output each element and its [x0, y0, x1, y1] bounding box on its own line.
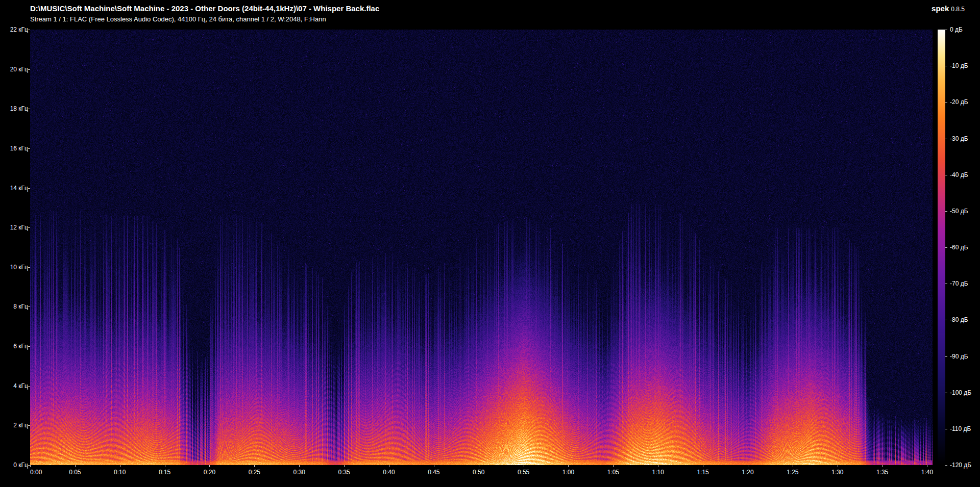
db-tick-label: -40 дБ: [950, 171, 968, 178]
time-tick: [793, 465, 793, 467]
freq-tick: [28, 148, 30, 149]
freq-tick-label: 12 кГц: [3, 224, 28, 231]
time-tick-label: 0:05: [69, 469, 81, 476]
db-tick-label: -100 дБ: [950, 389, 971, 396]
time-tick-label: 0:40: [383, 469, 395, 476]
freq-tick: [28, 30, 30, 30]
db-tick: [945, 175, 947, 175]
time-tick-label: 0:35: [338, 469, 350, 476]
time-tick-label: 0:50: [473, 469, 484, 476]
time-tick: [524, 465, 524, 467]
time-tick: [389, 465, 389, 467]
db-tick-label: -20 дБ: [950, 98, 968, 106]
time-tick-label: 0:15: [159, 469, 170, 476]
freq-tick-label: 8 кГц: [3, 303, 28, 310]
time-tick-label: 0:25: [249, 469, 260, 476]
time-tick: [748, 465, 748, 467]
db-tick: [945, 30, 947, 30]
db-tick: [945, 139, 947, 139]
colorbar: [938, 30, 945, 465]
app-version: 0.8.5: [951, 6, 965, 13]
freq-tick-label: 10 кГц: [3, 264, 28, 271]
db-tick-label: -80 дБ: [950, 316, 968, 323]
time-tick: [120, 465, 120, 467]
freq-tick: [28, 109, 30, 109]
time-tick-label: 0:30: [293, 469, 305, 476]
app-brand: spek0.8.5: [932, 4, 965, 13]
freq-tick-label: 4 кГц: [3, 382, 28, 390]
freq-tick: [28, 227, 30, 228]
time-tick-label: 1:40: [921, 469, 933, 476]
time-tick: [165, 465, 165, 467]
time-tick-label: 1:00: [562, 469, 574, 476]
freq-tick-label: 2 кГц: [3, 422, 28, 429]
freq-tick-label: 14 кГц: [3, 185, 28, 192]
time-tick-label: 1:15: [697, 469, 708, 476]
time-tick-label: 0:20: [204, 469, 215, 476]
time-tick: [254, 465, 255, 467]
time-tick: [703, 465, 703, 467]
db-tick: [945, 247, 947, 248]
db-tick-label: -110 дБ: [950, 425, 971, 432]
time-tick: [927, 465, 927, 467]
time-tick-label: 0:10: [114, 469, 126, 476]
freq-tick-label: 6 кГц: [3, 343, 28, 350]
db-tick: [945, 393, 947, 393]
freq-tick-label: 16 кГц: [3, 145, 28, 152]
time-tick: [613, 465, 614, 467]
stream-info: Stream 1 / 1: FLAC (Free Lossless Audio …: [30, 15, 326, 23]
db-tick: [945, 66, 947, 66]
db-tick-label: -50 дБ: [950, 208, 968, 215]
db-tick-label: -70 дБ: [950, 280, 968, 287]
time-tick-label: 0:45: [428, 469, 439, 476]
file-path-title: D:\MUSIC\Soft Machine\Soft Machine - 202…: [30, 4, 379, 13]
freq-tick-label: 18 кГц: [3, 105, 28, 112]
db-tick-label: -90 дБ: [950, 353, 968, 360]
time-tick: [299, 465, 300, 467]
time-tick-label: 1:25: [787, 469, 798, 476]
db-tick: [945, 284, 947, 284]
db-tick-label: -10 дБ: [950, 62, 968, 69]
freq-tick: [28, 346, 30, 347]
freq-tick: [28, 188, 30, 189]
time-tick: [30, 465, 31, 467]
db-tick-label: -120 дБ: [950, 462, 971, 469]
time-tick-label: 1:20: [742, 469, 753, 476]
db-tick: [945, 429, 947, 429]
time-tick: [209, 465, 210, 467]
time-tick-label: 1:35: [876, 469, 888, 476]
time-tick-label: 1:10: [652, 469, 664, 476]
time-tick-label: 0:00: [30, 469, 42, 476]
spectrogram-canvas: [30, 30, 933, 465]
time-tick: [344, 465, 345, 467]
freq-tick: [28, 69, 30, 70]
freq-tick-label: 20 кГц: [3, 66, 28, 73]
app-name: spek: [932, 4, 949, 13]
freq-tick: [28, 306, 30, 307]
db-tick-label: 0 дБ: [950, 26, 963, 33]
freq-tick: [28, 425, 30, 426]
db-tick: [945, 356, 947, 357]
db-tick-label: -60 дБ: [950, 244, 968, 251]
db-tick: [945, 211, 947, 212]
time-tick: [479, 465, 479, 467]
time-tick: [568, 465, 569, 467]
time-tick: [838, 465, 838, 467]
time-tick-label: 0:55: [518, 469, 529, 476]
time-tick-label: 1:05: [607, 469, 619, 476]
db-tick: [945, 102, 947, 102]
time-tick: [75, 465, 76, 467]
time-tick-label: 1:30: [831, 469, 843, 476]
freq-tick: [28, 267, 30, 268]
freq-tick: [28, 386, 30, 387]
time-tick: [658, 465, 658, 467]
freq-tick-label: 0 кГц: [3, 462, 28, 469]
time-tick: [883, 465, 883, 467]
time-tick: [434, 465, 434, 467]
db-tick: [945, 320, 947, 320]
db-tick: [945, 465, 947, 466]
db-tick-label: -30 дБ: [950, 135, 968, 142]
freq-tick-label: 22 кГц: [3, 26, 28, 33]
